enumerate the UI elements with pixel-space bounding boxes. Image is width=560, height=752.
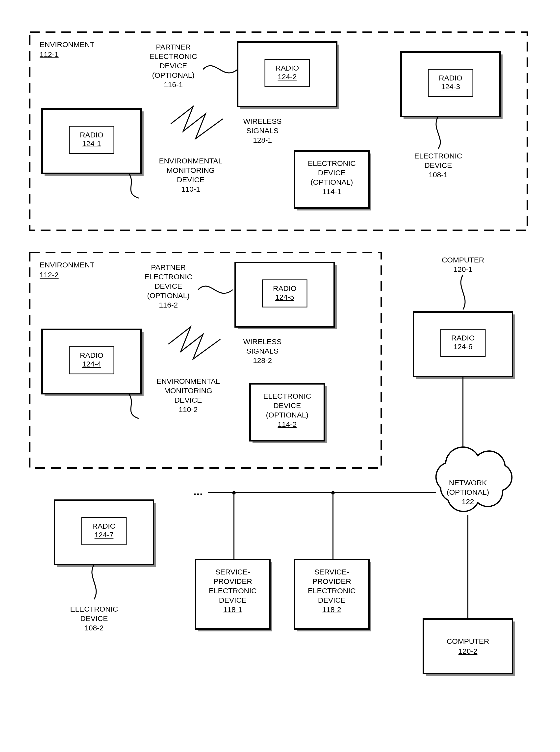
radio-box-124-5: RADIO 124-5: [235, 262, 337, 329]
svg-text:RADIO: RADIO: [451, 334, 475, 342]
svg-text:DEVICE: DEVICE: [159, 62, 187, 70]
env1-title: ENVIRONMENT: [40, 40, 95, 48]
partner-2-label: PARTNER ELECTRONIC DEVICE (OPTIONAL) 116…: [144, 263, 192, 309]
wireless-signals-1-icon: [171, 106, 223, 139]
svg-text:WIRELESS: WIRELESS: [243, 337, 281, 346]
svg-text:DEVICE: DEVICE: [318, 596, 346, 604]
radio-box-124-1: RADIO 124-1: [42, 109, 144, 176]
svg-text:124-1: 124-1: [82, 139, 101, 147]
svg-text:ELECTRONIC: ELECTRONIC: [70, 605, 118, 613]
svg-text:ELECTRONIC: ELECTRONIC: [308, 587, 356, 595]
svg-text:DEVICE: DEVICE: [177, 176, 204, 184]
computer-120-1-label: COMPUTER 120-1: [442, 256, 484, 273]
env2-title: ENVIRONMENT: [40, 261, 95, 269]
svg-text:RADIO: RADIO: [275, 64, 299, 72]
svg-text:COMPUTER: COMPUTER: [442, 256, 484, 264]
wireless-signals-1-label: WIRELESS SIGNALS 128-1: [243, 117, 281, 144]
svg-text:ELECTRONIC: ELECTRONIC: [263, 392, 311, 400]
svg-text:114-1: 114-1: [322, 187, 341, 196]
emd-1-leader: [129, 173, 139, 198]
svg-text:RADIO: RADIO: [439, 74, 462, 82]
svg-text:ENVIRONMENTAL: ENVIRONMENTAL: [159, 157, 222, 165]
svg-text:RADIO: RADIO: [80, 131, 103, 139]
svg-text:ELECTRONIC: ELECTRONIC: [144, 273, 192, 281]
service-provider-2-box: SERVICE- PROVIDER ELECTRONIC DEVICE 118-…: [295, 560, 371, 631]
electronic-device-2-label: ELECTRONIC DEVICE 108-2: [70, 605, 118, 632]
svg-text:SIGNALS: SIGNALS: [246, 347, 279, 355]
wireless-signals-2-label: WIRELESS SIGNALS 128-2: [243, 337, 281, 364]
bus-node-1: [232, 491, 236, 494]
network-cloud: NETWORK (OPTIONAL) 122: [436, 376, 512, 512]
svg-text:(OPTIONAL): (OPTIONAL): [266, 411, 308, 419]
partner-2-leader: [198, 286, 233, 293]
emd-2-leader: [129, 394, 139, 418]
electronic-device-1-label: ELECTRONIC DEVICE 108-1: [414, 152, 462, 179]
svg-text:(OPTIONAL): (OPTIONAL): [147, 292, 189, 300]
diagram-canvas: ENVIRONMENT 112-1 PARTNER ELECTRONIC DEV…: [0, 0, 560, 752]
svg-text:MONITORING: MONITORING: [164, 387, 212, 395]
radio-box-124-3: RADIO 124-3: [401, 52, 503, 119]
edopt-1-box: ELECTRONIC DEVICE (OPTIONAL) 114-1: [295, 151, 371, 211]
svg-text:120-2: 120-2: [459, 647, 478, 655]
svg-text:124-7: 124-7: [95, 531, 114, 539]
svg-rect-97: [423, 619, 513, 673]
svg-text:DEVICE: DEVICE: [318, 169, 346, 177]
wireless-signals-2-icon: [168, 327, 220, 359]
svg-text:ELECTRONIC: ELECTRONIC: [209, 587, 257, 595]
svg-text:108-2: 108-2: [85, 624, 104, 632]
svg-text:110-2: 110-2: [179, 405, 198, 414]
svg-text:SERVICE-: SERVICE-: [314, 568, 349, 576]
bus-ellipsis: ...: [193, 485, 203, 498]
env2-ref: 112-2: [40, 271, 59, 279]
svg-text:DEVICE: DEVICE: [219, 596, 246, 604]
radio-box-124-4: RADIO 124-4: [42, 329, 144, 396]
svg-text:SIGNALS: SIGNALS: [246, 126, 279, 135]
partner-1-label: PARTNER ELECTRONIC DEVICE (OPTIONAL) 116…: [149, 43, 197, 88]
svg-text:116-1: 116-1: [164, 80, 183, 88]
radio-box-124-6: RADIO 124-6: [414, 312, 515, 379]
svg-text:DEVICE: DEVICE: [273, 401, 301, 410]
svg-text:118-1: 118-1: [223, 606, 242, 614]
svg-text:110-1: 110-1: [181, 185, 200, 193]
svg-text:WIRELESS: WIRELESS: [243, 117, 281, 125]
svg-text:(OPTIONAL): (OPTIONAL): [152, 71, 195, 79]
svg-text:NETWORK: NETWORK: [449, 479, 487, 487]
edopt-2-box: ELECTRONIC DEVICE (OPTIONAL) 114-2: [250, 384, 327, 443]
svg-text:118-2: 118-2: [322, 606, 341, 614]
emd-1-label: ENVIRONMENTAL MONITORING DEVICE 110-1: [159, 157, 222, 193]
svg-text:ENVIRONMENTAL: ENVIRONMENTAL: [157, 377, 220, 385]
svg-text:120-1: 120-1: [454, 265, 473, 273]
svg-text:(OPTIONAL): (OPTIONAL): [447, 488, 489, 496]
radio-box-124-2: RADIO 124-2: [238, 42, 339, 109]
partner-1-leader: [203, 66, 238, 73]
emd-2-label: ENVIRONMENTAL MONITORING DEVICE 110-2: [157, 377, 220, 414]
bus-node-2: [331, 491, 335, 494]
svg-text:DEVICE: DEVICE: [174, 396, 202, 404]
svg-text:PARTNER: PARTNER: [151, 263, 186, 271]
svg-text:RADIO: RADIO: [92, 522, 116, 530]
computer-120-2-box: COMPUTER 120-2: [423, 619, 515, 676]
svg-text:124-3: 124-3: [441, 82, 460, 91]
svg-text:RADIO: RADIO: [80, 351, 103, 359]
radio-box-124-7: RADIO 124-7: [55, 500, 156, 567]
env1-ref: 112-1: [40, 50, 59, 58]
svg-text:ELECTRONIC: ELECTRONIC: [414, 152, 462, 160]
svg-text:108-1: 108-1: [429, 171, 448, 179]
svg-text:DEVICE: DEVICE: [80, 614, 108, 622]
svg-text:PROVIDER: PROVIDER: [214, 577, 252, 585]
svg-text:MONITORING: MONITORING: [167, 166, 215, 174]
svg-text:ELECTRONIC: ELECTRONIC: [149, 52, 197, 60]
svg-text:114-2: 114-2: [278, 420, 297, 428]
svg-text:DEVICE: DEVICE: [155, 282, 182, 290]
svg-text:COMPUTER: COMPUTER: [447, 637, 489, 645]
svg-text:DEVICE: DEVICE: [424, 161, 452, 170]
svg-text:124-2: 124-2: [278, 73, 297, 81]
svg-text:(OPTIONAL): (OPTIONAL): [311, 178, 353, 186]
svg-text:PROVIDER: PROVIDER: [313, 577, 351, 585]
ed2-leader: [92, 565, 96, 599]
svg-text:116-2: 116-2: [159, 301, 178, 309]
svg-text:122: 122: [462, 497, 474, 506]
svg-text:128-2: 128-2: [253, 356, 272, 364]
svg-text:124-4: 124-4: [82, 360, 101, 368]
svg-text:124-6: 124-6: [454, 342, 473, 351]
